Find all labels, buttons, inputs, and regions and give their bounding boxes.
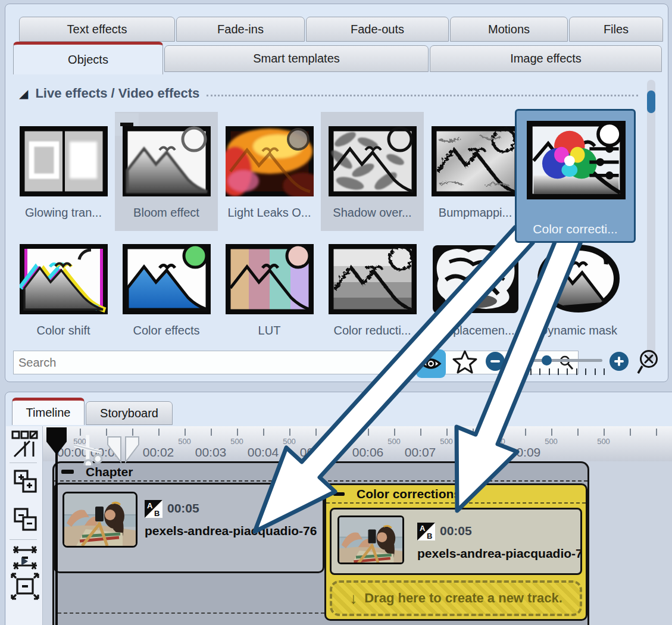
- tab-timeline[interactable]: Timeline: [12, 398, 85, 425]
- fade-ab-icon: [145, 500, 162, 518]
- corrected-video-object[interactable]: 00:05 pexels-andrea-piacquadio-76: [330, 508, 582, 575]
- tab-storyboard[interactable]: Storyboard: [86, 401, 173, 425]
- tab-files[interactable]: Files: [569, 17, 663, 42]
- section-header-live-effects[interactable]: ◢ Live effects / Video effects: [19, 86, 638, 101]
- tab-motions[interactable]: Motions: [450, 17, 568, 42]
- tile-shadow-overlay[interactable]: Shadow over...: [321, 126, 424, 220]
- color-corrections-container[interactable]: Color corrections 00:05 pexels-andrea-pi…: [324, 483, 587, 621]
- tab-smart-templates[interactable]: Smart templates: [164, 45, 429, 72]
- slider-tick: [549, 368, 550, 375]
- video-object-thumbnail: [62, 492, 137, 548]
- ruler-tick: [185, 429, 186, 436]
- dynamic-mask-thumbnail: [527, 244, 630, 314]
- ruler-second-label: 00:03: [195, 445, 227, 460]
- tile-color-effects[interactable]: Color effects: [115, 244, 218, 338]
- slider-tick: [558, 368, 559, 375]
- ruler-tick: [630, 429, 631, 436]
- ruler-tick: [394, 429, 395, 436]
- slider-tick: [585, 368, 586, 375]
- color-correction-thumbnail: [527, 121, 626, 199]
- playhead-line[interactable]: [55, 448, 58, 625]
- chapter-title: Chapter: [86, 465, 133, 479]
- shadow-overlay-thumbnail: [321, 126, 424, 196]
- slider-tick: [576, 368, 577, 375]
- zoom-in-tracks-button[interactable]: [13, 469, 38, 494]
- split-marker-icon: [106, 436, 140, 463]
- collapse-chapter-icon[interactable]: [61, 470, 74, 474]
- minus-icon: [490, 360, 500, 362]
- ruler-half-second-label: 500: [178, 437, 191, 446]
- fit-to-screen-button[interactable]: [11, 573, 39, 600]
- mouse-mode-button[interactable]: [11, 430, 39, 458]
- ruler-second-label: 00:07: [405, 445, 436, 460]
- thumbnail-size-increase-button[interactable]: [610, 352, 629, 371]
- zoom-reset-icon[interactable]: [636, 348, 663, 376]
- new-track-dropzone[interactable]: ↓ Drag here to create a new track.: [330, 580, 582, 616]
- effects-scrollbar-thumb[interactable]: [647, 90, 655, 113]
- tab-image-effects[interactable]: Image effects: [430, 45, 662, 72]
- ruler-tick: [368, 429, 369, 436]
- color-effects-thumbnail: [115, 244, 218, 314]
- eye-icon: [416, 349, 446, 378]
- tile-bumpmapping[interactable]: Bumpmappi...: [424, 126, 527, 220]
- thumbnail-size-slider-thumb[interactable]: [542, 355, 552, 365]
- ruler-tick: [499, 429, 500, 436]
- dropzone-hint: Drag here to create a new track.: [364, 590, 562, 606]
- ruler-tick: [604, 429, 605, 436]
- ruler-second-label: 00:05: [300, 445, 332, 460]
- ruler-tick: [656, 429, 657, 436]
- corrected-object-duration: 00:05: [440, 524, 472, 538]
- effects-scrollbar[interactable]: [647, 80, 655, 362]
- tile-dynamic-mask[interactable]: Dynamic mask: [527, 244, 630, 338]
- ruler-tick: [342, 429, 343, 436]
- tile-lut[interactable]: LUT: [218, 244, 321, 338]
- ruler-tick: [473, 429, 474, 436]
- light-leaks-thumbnail: [218, 126, 321, 196]
- section-title: Live effects / Video effects: [35, 86, 199, 101]
- ruler-half-second-label: 500: [283, 437, 296, 446]
- tile-light-leaks[interactable]: Light Leaks O...: [218, 126, 321, 220]
- tab-objects[interactable]: Objects: [13, 42, 163, 74]
- thumbnail-size-decrease-button[interactable]: [486, 352, 505, 371]
- tile-color-reduction[interactable]: Color reducti...: [321, 244, 424, 338]
- tab-text-effects[interactable]: Text effects: [19, 17, 175, 42]
- zoom-out-tracks-button[interactable]: [13, 507, 38, 532]
- slider-tick: [539, 368, 540, 375]
- tab-fade-outs[interactable]: Fade-outs: [306, 17, 449, 42]
- tile-bloom-effect[interactable]: Bloom effect: [115, 126, 218, 220]
- toolbar-divider: [10, 539, 37, 540]
- ruler-tick: [315, 429, 317, 436]
- favorites-star-icon[interactable]: [451, 349, 479, 376]
- tile-glowing-transition[interactable]: Glowing tran...: [12, 126, 115, 220]
- preview-toggle-button[interactable]: [416, 349, 446, 378]
- ruler-half-second-label: 500: [545, 437, 558, 446]
- object-filename: pexels-andrea-piacquadio-76: [145, 524, 317, 538]
- color-correction-label: Color correcti...: [517, 222, 634, 236]
- ruler-second-label: 00:04: [248, 445, 279, 460]
- thumbnail-size-slider[interactable]: [508, 359, 602, 362]
- submenu-arrow-icon[interactable]: [21, 557, 28, 565]
- ruler-half-second-label: 500: [387, 437, 401, 446]
- ruler-tick: [446, 429, 448, 436]
- color-shift-thumbnail: [12, 244, 115, 314]
- ruler-tick: [577, 429, 579, 436]
- tab-fade-ins[interactable]: Fade-ins: [176, 17, 305, 42]
- ruler-tick: [158, 429, 160, 436]
- tile-displacement[interactable]: Displacemen...: [424, 244, 527, 338]
- corrected-object-filename: pexels-andrea-piacquadio-76: [417, 546, 582, 561]
- collapse-corrections-icon[interactable]: [333, 492, 345, 496]
- collapse-triangle-icon: ◢: [19, 88, 28, 99]
- dotted-divider: [207, 95, 638, 96]
- video-object[interactable]: 00:05 pexels-andrea-piacquadio-76: [54, 483, 324, 573]
- tile-color-shift[interactable]: Color shift: [12, 244, 115, 338]
- ruler-tick: [420, 429, 421, 436]
- ruler-half-second-label: 500: [440, 437, 453, 446]
- application-window: A B Text effects Fade-ins Fade-outs Moti…: [0, 0, 672, 625]
- fade-ab-icon: [417, 523, 435, 540]
- ruler-half-second-label: 500: [492, 437, 505, 446]
- color-corrections-title: Color corrections: [357, 487, 461, 501]
- ruler-second-label: 00:08: [457, 445, 489, 460]
- ruler-tick: [263, 429, 264, 436]
- tile-color-correction-selected[interactable]: Color correcti...: [515, 109, 636, 243]
- ruler-tick: [132, 429, 133, 436]
